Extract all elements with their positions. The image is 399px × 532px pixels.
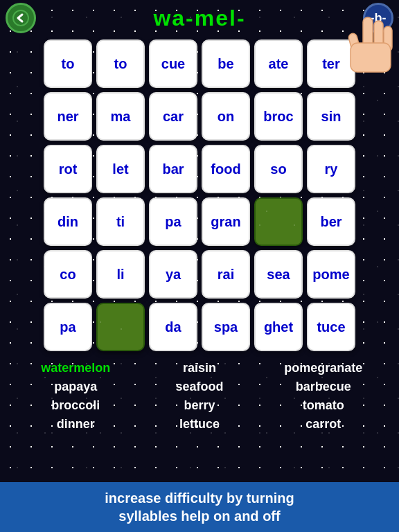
grid-cell-0-0[interactable]: to [44,39,92,88]
grid-cell-0-4[interactable]: ate [254,39,303,88]
grid-cell-0-2[interactable]: cue [149,39,197,88]
word-item-4[interactable]: seafood [138,380,262,394]
grid-cell-2-3[interactable]: food [202,145,250,193]
grid-cell-5-3[interactable]: spa [202,303,250,351]
grid-cell-2-4[interactable]: so [254,145,303,193]
grid-cell-3-1[interactable]: ti [96,197,145,246]
grid-cell-0-3[interactable]: be [202,39,250,88]
word-item-7[interactable]: berry [138,398,262,413]
word-list: watermelonraisinpomegranatepapayaseafood… [0,361,399,432]
grid-cell-1-4[interactable]: broc [254,92,303,141]
svg-rect-5 [351,43,391,72]
grid-cell-5-4[interactable]: ghet [254,303,303,351]
grid-cell-4-0[interactable]: co [44,250,92,299]
grid-cell-5-2[interactable]: da [149,303,197,351]
bottom-text: increase difficulty by turning syllables… [11,489,388,525]
word-item-11[interactable]: carrot [261,417,385,432]
grid-cell-4-2[interactable]: ya [149,250,197,299]
word-item-5[interactable]: barbecue [261,380,385,394]
bottom-bar: increase difficulty by turning syllables… [0,482,399,532]
top-bar: wa-mel- -b- [0,0,399,34]
word-item-6[interactable]: broccoli [14,398,138,413]
grid-cell-0-1[interactable]: to [96,39,145,88]
word-item-1[interactable]: raisin [138,361,262,375]
word-item-2[interactable]: pomegranate [261,361,385,375]
page-title: wa-mel- [153,6,245,31]
svg-point-0 [13,10,28,26]
grid-cell-1-0[interactable]: ner [44,92,92,141]
grid-cell-2-2[interactable]: bar [149,145,197,193]
grid-cell-4-3[interactable]: rai [202,250,250,299]
grid-cell-2-5[interactable]: ry [307,145,355,193]
grid-cell-3-2[interactable]: pa [149,197,197,246]
grid-cell-3-3[interactable]: gran [202,197,250,246]
grid-cell-3-4[interactable] [254,197,303,246]
word-item-9[interactable]: dinner [14,417,138,432]
grid-cell-5-1[interactable] [96,303,145,351]
grid-cell-1-5[interactable]: sin [307,92,355,141]
grid-cell-1-3[interactable]: on [202,92,250,141]
word-item-8[interactable]: tomato [261,398,385,413]
grid-cell-1-1[interactable]: ma [96,92,145,141]
word-item-0[interactable]: watermelon [14,361,138,375]
grid-cell-3-5[interactable]: ber [307,197,355,246]
back-button[interactable] [6,3,36,33]
grid-cell-4-4[interactable]: sea [254,250,303,299]
game-grid: totocuebeateternermacaronbrocsinrotletba… [44,39,355,351]
grid-cell-3-0[interactable]: din [44,197,92,246]
grid-container: totocuebeateternermacaronbrocsinrotletba… [0,39,399,351]
word-item-10[interactable]: lettuce [138,417,262,432]
grid-cell-5-5[interactable]: tuce [307,303,355,351]
grid-cell-5-0[interactable]: pa [44,303,92,351]
grid-cell-1-2[interactable]: car [149,92,197,141]
grid-cell-2-1[interactable]: let [96,145,145,193]
hand-icon [344,14,399,83]
grid-cell-4-1[interactable]: li [96,250,145,299]
grid-cell-4-5[interactable]: pome [307,250,355,299]
word-item-3[interactable]: papaya [14,380,138,394]
grid-cell-2-0[interactable]: rot [44,145,92,193]
